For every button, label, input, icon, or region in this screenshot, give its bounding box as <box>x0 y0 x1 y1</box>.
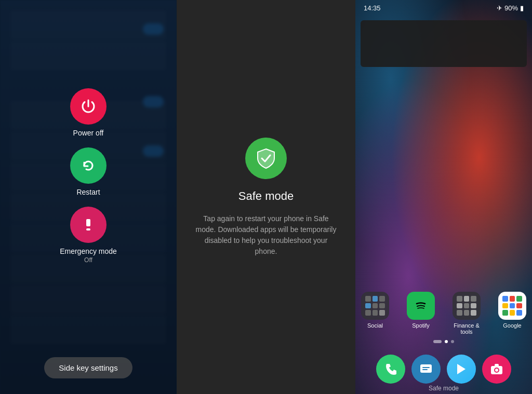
messages-icon <box>419 362 433 376</box>
restart-button[interactable]: Restart <box>70 147 107 196</box>
camera-icon <box>489 362 504 376</box>
phone-app[interactable] <box>376 355 405 384</box>
google-label: Google <box>503 322 521 329</box>
safe-mode-title: Safe mode <box>238 189 294 203</box>
spotify-logo <box>413 297 429 314</box>
finance-tools-app[interactable]: Finance & tools <box>448 292 485 335</box>
svg-point-11 <box>495 369 498 372</box>
svg-rect-5 <box>422 367 430 368</box>
play-store-icon <box>454 362 469 376</box>
page-dot-3 <box>451 340 454 343</box>
spotify-label: Spotify <box>412 322 430 329</box>
left-panel: Power off Restart Emergency mode Off Sid… <box>0 0 177 394</box>
social-label: Social <box>367 322 383 329</box>
svg-rect-6 <box>422 369 428 370</box>
social-app[interactable]: Social <box>356 292 394 335</box>
svg-rect-1 <box>86 228 90 230</box>
page-dot-2 <box>445 340 448 343</box>
airplane-icon: ✈ <box>497 4 502 12</box>
power-menu: Power off Restart Emergency mode Off <box>60 88 117 264</box>
emergency-icon-circle <box>70 207 107 243</box>
restart-icon-circle <box>70 147 107 184</box>
power-off-button[interactable]: Power off <box>70 88 107 137</box>
right-panel: 14:35 ✈ 90% ▮ <box>355 0 532 394</box>
safe-mode-shield-icon[interactable] <box>245 138 287 179</box>
dock <box>355 355 532 384</box>
safe-mode-description: Tap again to restart your phone in Safe … <box>193 213 339 257</box>
middle-panel: Safe mode Tap again to restart your phon… <box>177 0 355 394</box>
finance-tools-icon <box>453 292 481 320</box>
svg-rect-3 <box>420 364 432 373</box>
page-dots <box>433 340 454 343</box>
spotify-app[interactable]: Spotify <box>402 292 440 335</box>
status-bar: 14:35 ✈ 90% ▮ <box>355 0 532 16</box>
power-icon <box>79 97 98 116</box>
status-right-icons: ✈ 90% ▮ <box>497 4 524 12</box>
finance-tools-label: Finance & tools <box>448 322 485 335</box>
safe-mode-bottom-label: Safe mode <box>355 385 532 392</box>
side-key-settings-button[interactable]: Side key settings <box>44 357 132 378</box>
svg-marker-7 <box>457 364 466 374</box>
emergency-label: Emergency mode <box>60 247 117 255</box>
emergency-mode-button[interactable]: Emergency mode Off <box>60 207 117 264</box>
play-store-app[interactable] <box>447 355 476 384</box>
camera-app[interactable] <box>482 355 511 384</box>
status-time: 14:35 <box>364 4 381 12</box>
app-grid: Social Spotify <box>355 292 532 347</box>
spotify-icon <box>407 292 435 320</box>
svg-rect-0 <box>86 219 90 226</box>
power-off-icon-circle <box>70 88 107 125</box>
battery-percent: 90% <box>504 4 518 12</box>
page-dot-1 <box>433 340 442 343</box>
battery-icon: ▮ <box>520 4 524 12</box>
google-icon <box>498 292 526 320</box>
power-off-label: Power off <box>73 129 104 137</box>
restart-icon <box>79 156 98 175</box>
notification-area <box>361 20 527 67</box>
phone-icon <box>383 362 398 376</box>
emergency-icon <box>79 215 98 234</box>
emergency-sublabel: Off <box>84 256 92 264</box>
app-row-1: Social Spotify <box>356 292 531 335</box>
restart-label: Restart <box>76 188 100 196</box>
social-icon <box>361 292 389 320</box>
shield-checkmark-icon <box>255 147 277 170</box>
svg-rect-9 <box>495 364 499 366</box>
google-app[interactable]: Google <box>494 292 531 335</box>
messages-app[interactable] <box>411 355 441 384</box>
